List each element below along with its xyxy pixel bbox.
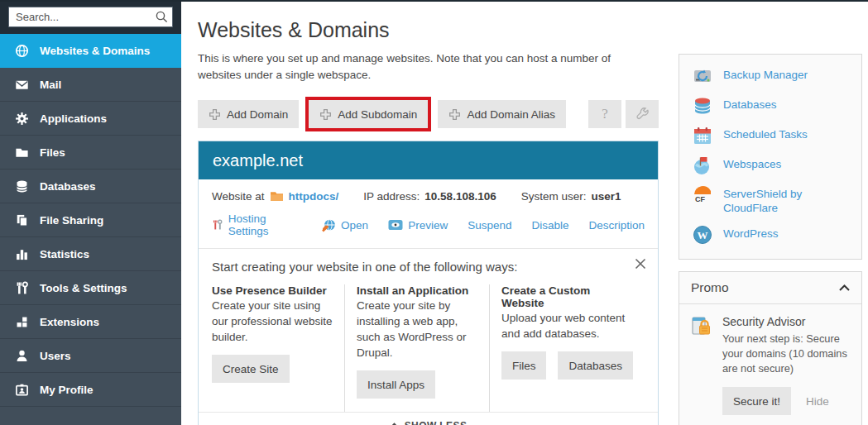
databases-cylinder-icon <box>693 96 712 116</box>
add-domain-alias-label: Add Domain Alias <box>467 108 555 121</box>
webspaces-icon <box>693 155 712 175</box>
plus-icon <box>319 108 332 121</box>
domain-name: example.net <box>213 151 303 170</box>
sidebar-item-my-profile[interactable]: My Profile <box>0 373 181 407</box>
add-domain-label: Add Domain <box>227 108 288 121</box>
help-button[interactable]: ? <box>588 100 621 128</box>
servershield-label: ServerShield by CloudFlare <box>723 187 848 215</box>
column-body: Upload your web content and add database… <box>501 310 633 341</box>
backup-manager-item[interactable]: Backup Manager <box>679 62 861 92</box>
sidebar-item-label: Files <box>40 146 65 159</box>
ip-label: IP address: <box>363 190 420 203</box>
main-content: Websites & Domains This is where you set… <box>198 2 659 425</box>
add-domain-alias-button[interactable]: Add Domain Alias <box>438 100 566 128</box>
sidebar-search-strip <box>0 0 181 34</box>
create-panel-title: Start creating your website in one of th… <box>212 260 645 274</box>
presence-builder-column: Use Presence Builder Create your site us… <box>212 284 344 412</box>
show-less-toggle[interactable]: SHOW LESS <box>199 412 658 425</box>
column-heading: Use Presence Builder <box>212 284 333 297</box>
create-site-button[interactable]: Create Site <box>212 355 290 383</box>
settings-button[interactable] <box>626 100 659 128</box>
sidebar-item-websites-domains[interactable]: Websites & Domains <box>0 34 181 68</box>
favorites-panel: Backup Manager Databases Scheduled Tasks… <box>679 54 862 260</box>
sidebar-item-mail[interactable]: Mail <box>0 68 181 102</box>
sidebar-item-tools-settings[interactable]: Tools & Settings <box>0 271 181 305</box>
cloudflare-icon: CF <box>693 185 712 205</box>
sidebar-item-extensions[interactable]: Extensions <box>0 305 181 339</box>
system-user-label: System user: <box>521 190 587 203</box>
sidebar-item-users[interactable]: Users <box>0 339 181 373</box>
add-domain-button[interactable]: Add Domain <box>198 100 299 128</box>
plus-icon <box>209 108 221 121</box>
sidebar-item-file-sharing[interactable]: File Sharing <box>0 203 181 237</box>
show-less-label: SHOW LESS <box>405 420 468 425</box>
webspaces-label: Webspaces <box>723 157 781 171</box>
top-border <box>0 0 868 2</box>
disable-link[interactable]: Disable <box>531 219 568 232</box>
preview-icon <box>388 219 403 231</box>
hosting-settings-link[interactable]: Hosting Settings <box>228 212 302 237</box>
preview-link[interactable]: Preview <box>408 219 448 232</box>
sidebar-item-statistics[interactable]: Statistics <box>0 237 181 271</box>
sidebar-item-label: Extensions <box>40 316 99 328</box>
extensions-icon <box>15 315 29 329</box>
open-link[interactable]: Open <box>341 219 368 232</box>
sidebar-item-label: Applications <box>40 112 107 125</box>
httpdocs-link[interactable]: httpdocs/ <box>289 190 339 203</box>
wordpress-item[interactable]: W WordPress <box>679 221 861 251</box>
security-advisor-title: Security Advisor <box>722 315 850 328</box>
folder-orange-icon <box>270 190 284 203</box>
website-at-label: Website at <box>212 190 265 203</box>
webspaces-item[interactable]: Webspaces <box>679 151 861 181</box>
suspend-link[interactable]: Suspend <box>468 219 511 232</box>
add-subdomain-button[interactable]: Add Subdomain <box>309 100 428 128</box>
sidebar-item-applications[interactable]: Applications <box>0 102 181 136</box>
page-description: This is where you set up and manage webs… <box>198 50 624 84</box>
databases-label: Databases <box>723 98 777 112</box>
add-subdomain-highlight: Add Subdomain <box>305 97 431 131</box>
sidebar-item-databases[interactable]: Databases <box>0 170 181 203</box>
column-heading: Install an Application <box>357 284 477 297</box>
domain-card: example.net Website at httpdocs/ IP addr… <box>198 141 659 425</box>
security-advisor-body: Your next step is: Secure your domains (… <box>722 332 850 376</box>
svg-text:CF: CF <box>695 195 705 203</box>
close-icon[interactable] <box>635 258 646 273</box>
sidebar-item-label: Mail <box>40 79 61 91</box>
tools-icon <box>15 281 29 295</box>
secure-it-button[interactable]: Secure it! <box>722 387 791 415</box>
servershield-item[interactable]: CF ServerShield by CloudFlare <box>679 181 861 221</box>
secure-it-label: Secure it! <box>733 395 780 408</box>
wrench-icon <box>635 107 650 122</box>
install-apps-button[interactable]: Install Apps <box>357 370 435 399</box>
scheduled-tasks-item[interactable]: Scheduled Tasks <box>679 122 861 151</box>
backup-manager-icon <box>693 66 712 86</box>
sidebar-item-files[interactable]: Files <box>0 136 181 170</box>
add-subdomain-label: Add Subdomain <box>338 108 417 121</box>
column-body: Create your site by installing a web app… <box>357 298 477 361</box>
bar-chart-icon <box>15 247 29 261</box>
ip-value: 10.58.108.106 <box>424 190 496 203</box>
create-site-label: Create Site <box>223 363 279 375</box>
hide-link[interactable]: Hide <box>806 395 829 408</box>
databases-item[interactable]: Databases <box>679 92 861 122</box>
sidebar-item-label: Websites & Domains <box>40 45 150 57</box>
scheduled-tasks-label: Scheduled Tasks <box>723 127 808 141</box>
databases-button[interactable]: Databases <box>558 351 633 380</box>
column-heading: Create a Custom Website <box>501 284 633 309</box>
domain-info-row: Website at httpdocs/ IP address: 10.58.1… <box>199 179 658 205</box>
description-link[interactable]: Description <box>588 219 645 232</box>
mail-icon <box>15 78 29 92</box>
user-icon <box>15 349 29 363</box>
toolbar: Add Domain Add Subdomain Add Domain Alia… <box>198 97 659 131</box>
open-site-icon <box>322 218 336 232</box>
files-button[interactable]: Files <box>501 351 547 380</box>
right-sidebar: Backup Manager Databases Scheduled Tasks… <box>679 54 862 425</box>
custom-website-column: Create a Custom Website Upload your web … <box>489 284 645 412</box>
collapse-chevron-icon[interactable] <box>839 284 850 291</box>
sidebar-item-label: Users <box>40 350 71 362</box>
plus-icon <box>448 108 461 121</box>
search-icon[interactable] <box>155 10 169 27</box>
search-input[interactable] <box>8 7 173 27</box>
question-icon: ? <box>602 106 608 122</box>
database-icon <box>15 179 29 193</box>
